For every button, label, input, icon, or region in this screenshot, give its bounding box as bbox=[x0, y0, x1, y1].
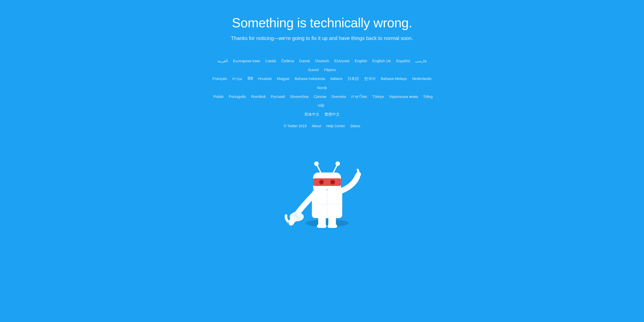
lang-traditional-chinese[interactable]: 繁體中文 bbox=[325, 112, 340, 116]
header-section: Something is technically wrong. Thanks f… bbox=[208, 15, 436, 49]
status-link[interactable]: Status bbox=[350, 124, 360, 128]
language-row-2: Français עִבְרִית हिंदी Hrvatski Magyar … bbox=[208, 74, 436, 92]
help-center-link[interactable]: Help Center bbox=[326, 124, 345, 128]
lang-ukrainian[interactable]: Українська мова bbox=[389, 94, 418, 99]
svg-rect-9 bbox=[328, 224, 337, 228]
lang-thai[interactable]: ภาษาไทย bbox=[351, 94, 367, 99]
language-section: العربية Български език Català Čeština Da… bbox=[208, 56, 436, 119]
language-row-1: العربية Български език Català Čeština Da… bbox=[208, 56, 436, 74]
lang-farsi[interactable]: فارسی bbox=[415, 59, 426, 63]
lang-croatian[interactable]: Hrvatski bbox=[258, 76, 272, 81]
lang-japanese[interactable]: 日本語 bbox=[348, 76, 359, 81]
lang-polish[interactable]: Polski bbox=[213, 94, 224, 99]
lang-hindi[interactable]: हिंदी bbox=[248, 76, 253, 81]
lang-simplified-chinese[interactable]: 简体中文 bbox=[304, 112, 319, 116]
footer-section: © Twitter 2019 About Help Center Status bbox=[282, 124, 362, 128]
lang-english-uk[interactable]: English UK bbox=[372, 59, 391, 63]
svg-point-29 bbox=[286, 220, 287, 221]
lang-slovak[interactable]: Slovenčina bbox=[290, 94, 308, 99]
lang-arabic[interactable]: العربية bbox=[218, 59, 228, 63]
svg-point-16 bbox=[331, 181, 334, 184]
lang-romanian[interactable]: Română bbox=[251, 94, 266, 99]
copyright: © Twitter 2019 bbox=[284, 124, 307, 128]
lang-english[interactable]: English bbox=[355, 59, 367, 63]
lang-dutch[interactable]: Nederlands bbox=[412, 76, 432, 81]
lang-russian[interactable]: Русский bbox=[271, 94, 285, 99]
lang-german[interactable]: Deutsch bbox=[315, 59, 329, 63]
lang-serbian[interactable]: Српски bbox=[314, 94, 326, 99]
lang-indonesian[interactable]: Bahasa Indonesia bbox=[295, 76, 325, 81]
svg-point-14 bbox=[320, 181, 323, 184]
svg-point-26 bbox=[290, 220, 292, 221]
svg-point-31 bbox=[287, 223, 288, 224]
lang-french[interactable]: Français bbox=[212, 76, 227, 81]
about-link[interactable]: About bbox=[312, 124, 321, 128]
lang-danish[interactable]: Dansk bbox=[299, 59, 310, 63]
svg-point-17 bbox=[326, 189, 328, 191]
lang-italian[interactable]: Italiano bbox=[330, 76, 342, 81]
lang-spanish[interactable]: Español bbox=[396, 59, 410, 63]
lang-bulgarian[interactable]: Български език bbox=[233, 59, 260, 63]
language-row-3: Polski Português Română Русский Slovenči… bbox=[208, 92, 436, 110]
svg-point-23 bbox=[291, 212, 302, 219]
robot-illustration bbox=[269, 143, 375, 229]
main-title: Something is technically wrong. bbox=[208, 15, 436, 30]
svg-line-20 bbox=[333, 165, 337, 173]
lang-catalan[interactable]: Català bbox=[265, 59, 276, 63]
robot-svg bbox=[269, 143, 375, 229]
lang-hebrew[interactable]: עִבְרִית bbox=[232, 76, 242, 81]
lang-greek[interactable]: Ελληνικά bbox=[334, 59, 350, 63]
svg-point-27 bbox=[288, 221, 289, 222]
lang-swedish[interactable]: Svenska bbox=[331, 94, 346, 99]
svg-point-30 bbox=[289, 223, 290, 224]
lang-portuguese[interactable]: Português bbox=[229, 94, 246, 99]
lang-hungarian[interactable]: Magyar bbox=[277, 76, 290, 81]
svg-point-0 bbox=[306, 219, 349, 227]
subtitle: Thanks for noticing—we're going to fix i… bbox=[208, 35, 436, 41]
lang-czech[interactable]: Čeština bbox=[281, 59, 294, 63]
language-row-4: 简体中文 繁體中文 bbox=[208, 110, 436, 119]
svg-point-28 bbox=[292, 222, 293, 223]
svg-rect-12 bbox=[313, 178, 341, 186]
lang-norwegian[interactable]: Norsk bbox=[317, 85, 327, 90]
svg-point-21 bbox=[335, 161, 340, 166]
svg-line-18 bbox=[317, 165, 321, 173]
lang-turkish[interactable]: Türkçe bbox=[372, 94, 384, 99]
lang-korean[interactable]: 한국어 bbox=[364, 76, 376, 81]
lang-malay[interactable]: Bahasa Melayu bbox=[381, 76, 407, 81]
lang-filipino[interactable]: Filipino bbox=[324, 68, 336, 72]
lang-finnish[interactable]: Suomi bbox=[308, 68, 319, 72]
svg-rect-8 bbox=[317, 224, 327, 228]
svg-point-19 bbox=[314, 161, 319, 166]
